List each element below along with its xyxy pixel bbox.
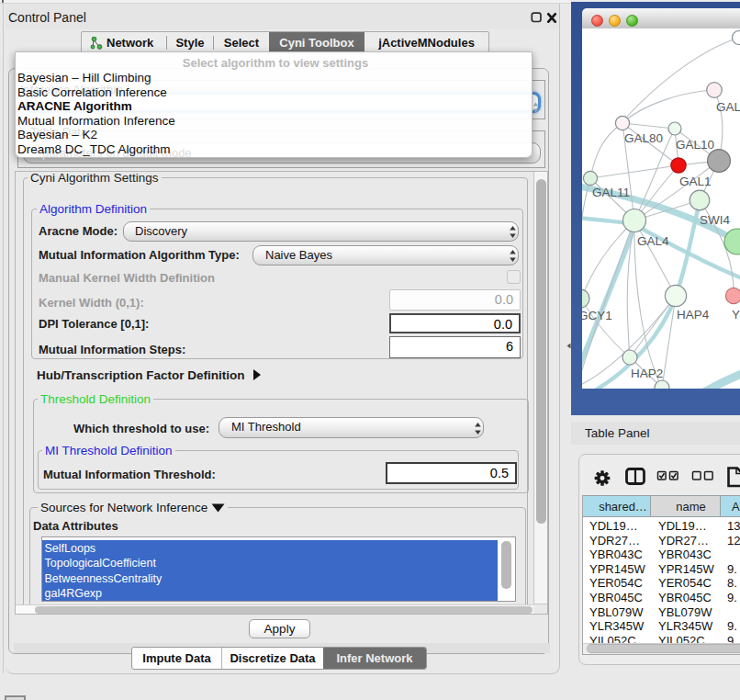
svg-text:GAL11: GAL11 xyxy=(592,186,630,199)
svg-text:HAP4: HAP4 xyxy=(677,308,710,322)
svg-text:GAL7: GAL7 xyxy=(716,100,740,114)
svg-text:GAL1: GAL1 xyxy=(679,175,712,188)
svg-text:SWI4: SWI4 xyxy=(700,213,730,227)
svg-text:YM: YM xyxy=(732,308,740,322)
svg-text:GAL80: GAL80 xyxy=(624,131,663,145)
svg-text:GAL4: GAL4 xyxy=(637,234,669,248)
svg-text:GCY1: GCY1 xyxy=(582,309,612,322)
svg-text:GAL10: GAL10 xyxy=(676,138,714,152)
svg-text:HAP2: HAP2 xyxy=(631,367,663,380)
